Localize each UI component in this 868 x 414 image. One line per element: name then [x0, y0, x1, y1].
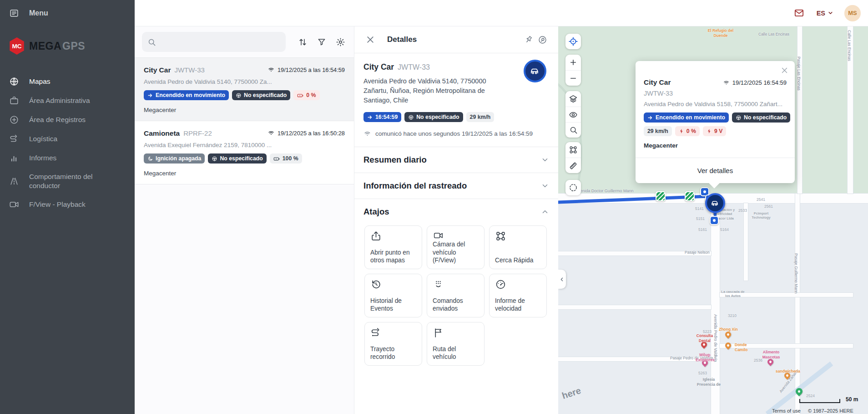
section-label: Información del rastreado	[363, 181, 467, 191]
sidebar-item-area-de-registros[interactable]: Área de Registros	[0, 110, 135, 129]
steering-wheel-icon	[212, 156, 217, 162]
signal-icon	[267, 129, 275, 137]
measure-button[interactable]	[565, 158, 581, 173]
zoom-in-button[interactable]	[565, 55, 581, 70]
collapse-panel-tab[interactable]	[558, 270, 566, 289]
steering-wheel-icon	[736, 115, 742, 121]
brand-logo: MC MEGA GPS	[0, 26, 135, 60]
language-code: ES	[817, 10, 825, 17]
sidebar-item-logistica[interactable]: Logística	[0, 129, 135, 148]
plus-circle-icon	[9, 115, 19, 125]
sidebar-item-mapas[interactable]: Mapas	[0, 72, 135, 91]
section-informacion-del-rastreado[interactable]: Información del rastreado	[354, 173, 558, 199]
settings-button[interactable]	[334, 36, 347, 48]
geofence-marker[interactable]	[685, 191, 695, 201]
vehicle-marker-city-car[interactable]	[705, 193, 725, 213]
filter-button[interactable]	[315, 36, 328, 48]
brand-mark-icon: MC	[7, 36, 26, 56]
menu-icon	[9, 8, 19, 18]
flag-icon	[433, 327, 444, 338]
driver-badge: No especificado	[232, 90, 290, 100]
visibility-button[interactable]	[565, 107, 581, 122]
road-icon	[9, 176, 19, 186]
map-control-radius	[565, 180, 581, 195]
close-details-button[interactable]	[363, 33, 377, 46]
draw-polygon-button[interactable]	[565, 142, 581, 158]
ignition-status-badge: Encendido en movimiento	[644, 112, 729, 123]
details-vehicle-name: City Car	[363, 62, 394, 72]
battery-badge: 0 %	[675, 126, 700, 136]
popup-close-button[interactable]	[781, 66, 788, 74]
dashed-circle-icon	[569, 183, 578, 192]
sidebar-item-comportamiento-del-conductor[interactable]: Comportamiento del conductor	[0, 168, 135, 195]
shortcut-quick-geofence[interactable]: Cerca Rápida	[489, 225, 547, 269]
route-icon	[9, 134, 19, 144]
brand-name-primary: MEGA	[29, 40, 61, 52]
shortcut-speed-report[interactable]: Informe de velocidad	[489, 274, 547, 317]
sidebar: Menu MC MEGA GPS Mapas Área Administrati…	[0, 0, 135, 414]
popup-vehicle-group: Megacenter	[644, 142, 787, 149]
steering-wheel-icon	[236, 92, 242, 98]
messages-button[interactable]	[793, 7, 806, 20]
details-vehicle-address: Avenida Pedro de Valdivia 5140, 7750000 …	[363, 77, 500, 105]
language-selector[interactable]: ES	[817, 10, 833, 17]
details-vehicle-plate: JWTW-33	[398, 63, 430, 71]
brand-name-secondary: GPS	[62, 40, 85, 52]
user-avatar[interactable]: MS	[844, 5, 861, 21]
geofence-marker[interactable]	[656, 191, 666, 201]
communication-status: comunicó hace unos segundos 19/12/2025 a…	[363, 130, 549, 138]
steering-wheel-icon	[408, 114, 414, 120]
section-atajos[interactable]: Atajos	[354, 199, 558, 225]
vehicle-group: Megacenter	[144, 107, 345, 113]
waypoint-marker[interactable]	[710, 216, 719, 225]
view-details-button[interactable]: Ver detalles	[636, 158, 795, 183]
filter-icon	[317, 37, 326, 46]
map-canvas[interactable]: Avenida Doctor Guillermo MannAvenida Ped…	[558, 26, 868, 414]
sidebar-item-label: Informes	[29, 153, 56, 163]
sidebar-nav: Mapas Área Administrativa Área de Regist…	[0, 72, 135, 214]
search-icon	[569, 126, 578, 134]
sidebar-item-informes[interactable]: Informes	[0, 148, 135, 168]
driver-badge: No especificado	[732, 112, 790, 123]
brand-mark-text: MC	[12, 43, 21, 50]
sidebar-item-area-administrativa[interactable]: Área Administrativa	[0, 91, 135, 110]
arrow-right-icon	[647, 115, 653, 121]
eye-icon	[569, 110, 578, 119]
shortcut-sent-commands[interactable]: Comandos enviados	[427, 274, 484, 317]
popup-vehicle-plate: JWTW-33	[644, 90, 787, 97]
close-icon	[366, 35, 375, 44]
battery-badge: 100 %	[270, 153, 302, 164]
locate-button[interactable]	[565, 34, 581, 49]
minus-icon	[569, 74, 577, 82]
popup-vehicle-address: Avenida Pedro de Valdivia 5158, 7750000 …	[644, 101, 787, 107]
vehicle-address: Avenida Pedro de Valdivia 5140, 7750000 …	[144, 78, 345, 85]
list-toolbar	[135, 26, 354, 57]
last-report-time: 19/12/2025 a las 16:50:28	[278, 130, 345, 137]
layers-button[interactable]	[565, 91, 581, 107]
shortcut-traveled-route[interactable]: Trayecto recorrido	[364, 322, 422, 366]
search-box[interactable]	[142, 32, 286, 52]
shortcut-vehicle-route[interactable]: Ruta del vehículo	[427, 322, 484, 366]
follow-vehicle-button[interactable]	[535, 33, 549, 46]
terms-of-use-link[interactable]: Terms of use	[772, 408, 801, 414]
details-header: Detalles	[354, 26, 558, 53]
close-icon	[781, 66, 788, 74]
pin-panel-button[interactable]	[522, 33, 535, 46]
speed-badge: 29 km/h	[644, 126, 672, 136]
sort-button[interactable]	[297, 36, 309, 48]
menu-button[interactable]: Menu	[0, 0, 135, 26]
map-search-button[interactable]	[565, 122, 581, 138]
shortcut-open-in-other-maps[interactable]: Abrir punto en otros mapas	[364, 225, 422, 269]
vehicle-row-city-car[interactable]: City CarJWTW-33 19/12/2025 a las 16:54:5…	[135, 58, 354, 121]
draw-circle-button[interactable]	[565, 180, 581, 195]
zoom-out-button[interactable]	[565, 70, 581, 86]
section-resumen-diario[interactable]: Resumen diario	[354, 147, 558, 173]
shortcut-event-history[interactable]: Historial de Eventos	[364, 274, 422, 317]
sidebar-item-fview-playback[interactable]: F/View - Playback	[0, 195, 135, 214]
details-title: Detalles	[387, 35, 417, 44]
vehicle-list-panel: City CarJWTW-33 19/12/2025 a las 16:54:5…	[135, 26, 354, 414]
search-input[interactable]	[160, 38, 280, 46]
shortcut-vehicle-camera[interactable]: Cámara del vehículo (F/View)	[427, 225, 484, 269]
vehicle-row-camioneta[interactable]: CamionetaRPRF-22 19/12/2025 a las 16:50:…	[135, 121, 354, 184]
speedometer-icon	[495, 279, 506, 290]
